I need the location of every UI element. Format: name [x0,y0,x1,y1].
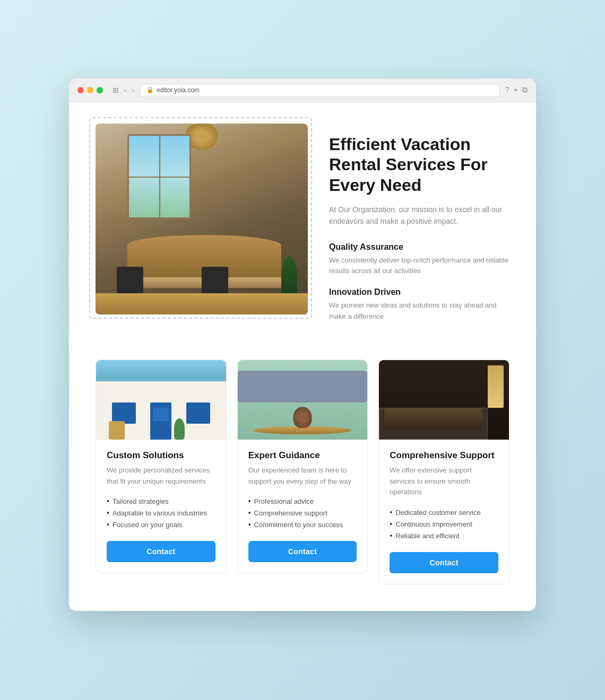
lock-icon: 🔒 [146,86,154,93]
list-item: Commitment to your success [248,519,357,530]
list-item: Dedicated customer service [390,506,498,518]
browser-window: ⊞ ‹ › 🔒 editor.yola.com ? + ⧉ [69,78,536,611]
hero-description: At Our Organization, our mission is to e… [329,204,509,228]
plant [281,256,297,299]
hero-text: Efficient Vacation Rental Services For E… [329,124,509,333]
page-content: Efficient Vacation Rental Services For E… [69,102,536,611]
forward-button[interactable]: › [132,86,135,94]
sidebar-icon[interactable]: ⊞ [113,86,119,94]
card-desc-2: Our experienced team is here to support … [248,465,357,487]
traffic-lights [77,87,103,93]
browser-actions: ? + ⧉ [505,85,528,94]
card-body-3: Comprehensive Support We offer extensive… [379,440,509,584]
card-image-1 [96,360,226,440]
hero-title: Efficient Vacation Rental Services For E… [329,134,509,195]
card-comprehensive-support: Comprehensive Support We offer extensive… [378,360,509,584]
list-item: Reliable and efficient [390,530,498,541]
house-window-right [186,402,210,424]
list-item: Continuous improvement [390,518,498,530]
list-item: Comprehensive support [248,507,357,519]
pine-cone [293,407,312,428]
window [127,134,191,219]
card-expert-guidance: Expert Guidance Our experienced team is … [237,360,368,574]
hero-section: Efficient Vacation Rental Services For E… [96,124,509,333]
bed-blanket [384,408,482,429]
dining-scene [96,124,308,314]
house-plant [174,418,185,440]
card-title-2: Expert Guidance [248,450,357,461]
minimize-button[interactable] [87,87,93,93]
floor [96,293,308,314]
card-title-1: Custom Solutions [107,450,215,461]
outdoor-chair [109,421,125,440]
feature-innovation-driven: Innovation Driven We pioneer new ideas a… [329,287,509,322]
feature-desc-1: We consistently deliver top-notch perfor… [329,255,509,277]
card-image-2 [238,360,368,440]
feature-title-2: Innovation Driven [329,287,509,297]
card-image-3 [379,360,509,440]
hero-image [96,124,308,314]
card-list-1: Tailored strategies Adaptable to various… [107,495,215,530]
card-list-3: Dedicated customer service Continuous im… [390,506,498,541]
maximize-button[interactable] [97,87,103,93]
sofa [238,371,368,402]
card-title-3: Comprehensive Support [390,450,498,461]
browser-chrome: ⊞ ‹ › 🔒 editor.yola.com ? + ⧉ [69,78,536,102]
extensions-icon[interactable]: ⧉ [522,85,528,94]
feature-quality-assurance: Quality Assurance We consistently delive… [329,242,509,277]
close-button[interactable] [77,87,84,93]
cards-section: Custom Solutions We provide personalized… [96,360,509,584]
card-list-2: Professional advice Comprehensive suppor… [248,495,357,530]
bedroom-window [488,365,504,408]
feature-desc-2: We pioneer new ideas and solutions to st… [329,300,509,322]
list-item: Adaptable to various industries [107,507,215,519]
new-tab-icon[interactable]: + [514,85,518,94]
hero-image-container [96,124,308,314]
house-door [150,402,171,440]
help-icon[interactable]: ? [505,85,509,94]
card-desc-3: We offer extensive support services to e… [390,465,498,498]
url-text: editor.yola.com [157,86,200,94]
card-custom-solutions: Custom Solutions We provide personalized… [96,360,227,574]
back-button[interactable]: ‹ [124,86,127,94]
card-body-1: Custom Solutions We provide personalized… [96,440,226,573]
contact-button-1[interactable]: Contact [107,541,215,562]
card-desc-1: We provide personalized services that fi… [107,465,215,487]
house-window-left [112,402,136,424]
list-item: Tailored strategies [107,495,215,507]
feature-title-1: Quality Assurance [329,242,509,252]
list-item: Professional advice [248,495,357,507]
card-body-2: Expert Guidance Our experienced team is … [238,440,368,573]
contact-button-3[interactable]: Contact [390,552,498,573]
address-bar[interactable]: 🔒 editor.yola.com [140,84,500,97]
list-item: Focused on your goals [107,519,215,530]
contact-button-2[interactable]: Contact [248,541,357,562]
